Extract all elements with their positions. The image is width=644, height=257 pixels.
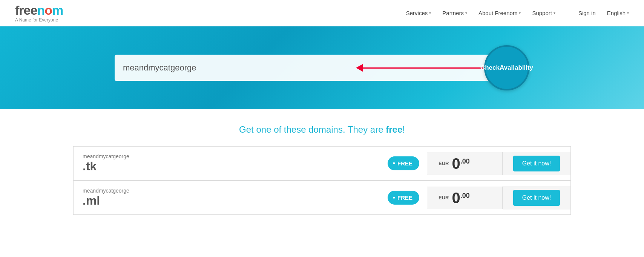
domain-info-0: meandmycatgeorge .tk	[74, 147, 380, 180]
free-badge-1: FREE	[388, 191, 419, 205]
domain-prefix-0: meandmycatgeorge	[83, 153, 371, 159]
nav-about[interactable]: About Freenom ▾	[478, 10, 521, 16]
nav-partners[interactable]: Partners ▾	[442, 10, 467, 16]
domains-title: Get one of these domains. They are free!	[73, 124, 571, 135]
domain-row: meandmycatgeorge .tk FREE EUR 0.00 Get i…	[73, 146, 571, 181]
chevron-down-icon: ▾	[519, 11, 521, 15]
domain-search-input[interactable]	[123, 63, 355, 73]
search-container: Check Availability	[115, 45, 529, 90]
domain-extension-1: .ml	[83, 194, 100, 207]
chevron-down-icon: ▾	[627, 11, 629, 15]
chevron-down-icon: ▾	[554, 11, 555, 15]
domain-prefix-1: meandmycatgeorge	[83, 188, 371, 194]
free-badge-0: FREE	[388, 156, 419, 170]
arrow-line	[363, 67, 483, 69]
price-eur-1: EUR	[439, 195, 449, 200]
domain-action-0: Get it now!	[503, 152, 570, 175]
arrow-indicator	[363, 67, 483, 69]
domain-badge-area-1: FREE	[380, 187, 427, 208]
price-eur-0: EUR	[439, 161, 449, 166]
domain-price-1: EUR 0.00	[427, 187, 503, 209]
domain-row: meandmycatgeorge .ml FREE EUR 0.00 Get i…	[73, 181, 571, 215]
domain-rows: meandmycatgeorge .tk FREE EUR 0.00 Get i…	[73, 146, 571, 215]
logo-area: freenom A Name for Everyone	[15, 4, 63, 23]
domain-extension-0: .tk	[83, 159, 97, 173]
get-it-now-button-0[interactable]: Get it now!	[513, 156, 560, 171]
logo[interactable]: freenom	[15, 4, 63, 17]
price-dec-1: .00	[460, 191, 470, 199]
domains-section: Get one of these domains. They are free!…	[58, 109, 586, 222]
nav-divider	[567, 9, 567, 18]
check-availability-button[interactable]: Check Availability	[484, 45, 529, 90]
logo-tagline: A Name for Everyone	[15, 17, 63, 23]
search-input-wrap	[115, 55, 492, 81]
domain-price-0: EUR 0.00	[427, 152, 503, 175]
hero-banner: Check Availability	[0, 26, 644, 109]
get-it-now-button-1[interactable]: Get it now!	[513, 190, 560, 206]
arrow-head-icon	[356, 64, 363, 72]
price-num-1: 0.00	[452, 190, 469, 205]
chevron-down-icon: ▾	[429, 11, 431, 15]
price-dec-0: .00	[460, 157, 470, 165]
nav-services[interactable]: Services ▾	[406, 10, 431, 16]
nav-links: Services ▾ Partners ▾ About Freenom ▾ Su…	[406, 9, 629, 18]
domain-badge-area-0: FREE	[380, 153, 427, 174]
nav-support[interactable]: Support ▾	[532, 10, 555, 16]
price-num-0: 0.00	[452, 156, 469, 171]
language-selector[interactable]: English ▾	[607, 10, 629, 16]
domain-info-1: meandmycatgeorge .ml	[74, 181, 380, 214]
navbar: freenom A Name for Everyone Services ▾ P…	[0, 0, 644, 26]
domain-action-1: Get it now!	[503, 186, 570, 210]
signin-link[interactable]: Sign in	[578, 10, 596, 16]
chevron-down-icon: ▾	[465, 11, 467, 15]
